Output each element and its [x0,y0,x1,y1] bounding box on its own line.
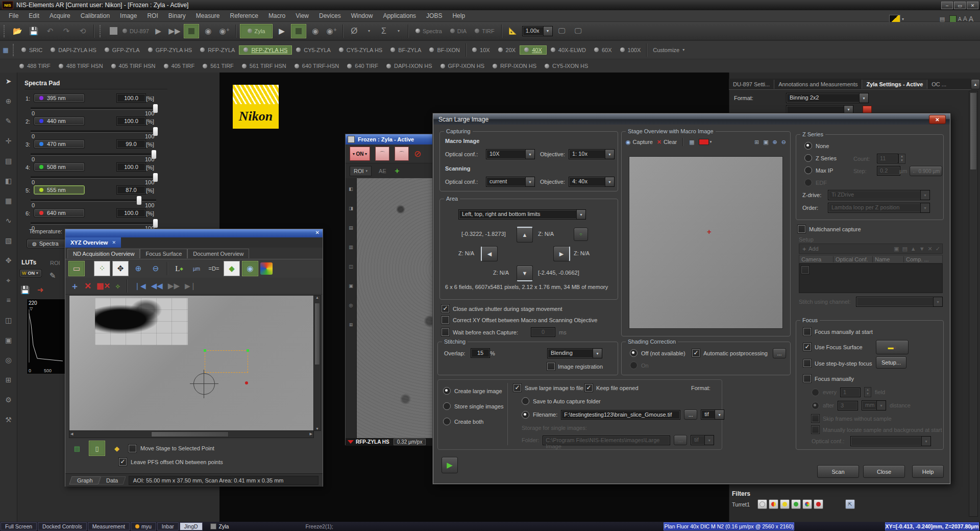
stage-preview-canvas[interactable]: + [629,156,783,329]
profile-tool-icon[interactable]: ✎ [6,115,12,127]
show-points-icon[interactable]: ◆ [224,261,240,276]
side-tool-icon[interactable]: ◨ [349,203,353,214]
wavelength-508-button[interactable]: 508 nm [34,162,85,172]
scan-handle-icon[interactable] [204,349,206,352]
du897-fastplay-icon[interactable]: ▶▶ [167,25,182,38]
oc-40x-elwd[interactable]: 40X-ELWD [547,46,590,54]
order-select[interactable]: Lambda loop per Z position▾ [828,203,930,213]
green-screen-icon[interactable] [949,15,957,22]
menu-calibration[interactable]: Calibration [76,11,114,21]
delete-all-points-icon[interactable]: ▦✕ [96,281,110,291]
user-tab-myu[interactable]: myu [131,522,156,530]
export-panel-icon[interactable]: ⊞ [6,374,12,385]
count-input[interactable]: 11 [877,154,898,163]
remove-channel-icon[interactable]: ✕ [928,246,933,252]
hand-tool-icon[interactable]: ✥ [6,255,12,266]
font-size-a2-icon[interactable]: A [963,15,967,22]
zoom-select[interactable]: 1.00x▾ [522,26,553,36]
after-unit-select[interactable]: mm▾ [862,400,886,411]
oc-cy5-zyla[interactable]: CY5-ZYLA [292,46,335,54]
stage-zoom-out-icon[interactable]: ⊖ [781,139,786,146]
move-down-icon[interactable]: ▼ [919,246,925,252]
zyla-capture-plus-icon[interactable]: ◉⁺ [325,25,339,38]
delete-point-icon[interactable]: ✕ [84,281,91,292]
monitor2-icon[interactable]: 🖵 [571,25,585,38]
xyz-vscrollbar[interactable]: ▲ ▼ [313,295,321,431]
menu-acquire[interactable]: Acquire [45,11,75,21]
wavelength-470-button[interactable]: 470 nm [34,139,85,149]
oc-cy5-ixon-hs[interactable]: CY5-IXON HS [541,62,592,70]
create-both-radio[interactable] [443,418,451,425]
oc-40x-selected[interactable]: 40X [520,45,547,55]
image-registration-checkbox[interactable] [547,363,555,370]
zdrive-select[interactable]: Ti ZDrive▾ [828,190,930,200]
focus-surface-button[interactable]: ▬⁘ [876,340,909,354]
oc-rfp-zyla[interactable]: RFP-ZYLA [196,46,239,54]
macro-conf-select[interactable]: 10X▾ [486,149,535,159]
power-slider-508[interactable] [31,176,156,179]
wavelength-395-button[interactable]: 395 nm [34,93,85,103]
dia-illum-button[interactable]: DIA [447,28,470,34]
filter-eject-icon[interactable]: ⇱ [845,499,855,509]
oc-640-tirf[interactable]: 640 TIRF [343,62,382,70]
redo-icon[interactable]: ↷ [59,25,74,38]
colormap-icon[interactable] [260,262,273,275]
scale-um-icon[interactable]: µm [189,261,204,276]
folder-browse-button[interactable]: ... [674,435,687,445]
lut-edit-icon[interactable]: ✎ [47,269,58,282]
list-panel-icon[interactable]: ≡ [6,295,10,306]
oc-manager-icon[interactable]: ▦ [0,43,11,57]
auto-contrast-icon[interactable]: ⌒ [395,147,409,161]
filename-radio[interactable] [522,411,529,419]
center-point-icon[interactable]: ⟡ [115,282,120,291]
tab-document-overview[interactable]: Document Overview [187,249,249,258]
focus-setup-button[interactable]: Setup... [876,356,906,369]
power-slider-395[interactable] [31,107,156,110]
tirf-illum-button[interactable]: TIRF [472,28,497,34]
xyz-pane-tab[interactable]: XYZ Overview ✕ [65,237,121,248]
settings-panel-icon[interactable]: ⚙ [5,394,12,405]
every-input[interactable]: 1 [840,388,861,397]
annotation-tool-icon[interactable]: ✛ [6,135,12,147]
point-path-icon[interactable]: ⁘ [94,261,110,276]
sum-caret-icon[interactable]: ▾ [393,25,404,38]
dialog-title-bar[interactable]: Scan Large Image [433,114,950,125]
tab-du897-settings[interactable]: DU-897 Setti... [729,80,774,89]
revert-icon[interactable]: ⟲ [76,25,90,38]
help-button[interactable]: Help [912,465,944,478]
set-left-limit-button[interactable]: ◀ [481,246,498,261]
first-point-icon[interactable]: ❘◀ [134,282,146,290]
menu-macro[interactable]: Macro [264,11,290,21]
oc-gfp-zyla-hs[interactable]: GFP-ZYLA HS [144,46,197,54]
spectra-illum-button[interactable]: Spectra [412,28,445,34]
move-stage-icon[interactable]: ✥ [112,261,129,276]
spectra-device-button[interactable]: ◍Spectra [27,239,66,248]
side-tool-icon[interactable]: ◎ [349,300,353,311]
du897-capture-plus-icon[interactable]: ◉⁺ [217,25,232,38]
du897-play-icon[interactable]: ▶ [151,25,165,38]
right-panel-scrollbar[interactable] [969,91,978,517]
scan-area-rect[interactable] [205,350,248,373]
fit-view-icon[interactable]: ▭ [68,261,85,276]
format-select[interactable]: tif▾ [701,409,724,420]
sum-icon[interactable]: Σ [377,25,391,38]
auto-postprocessing-checkbox[interactable] [692,349,700,357]
label-toggle-icon[interactable]: L◆ [172,261,187,276]
channel-tab[interactable]: RFP-ZYLA HS [346,439,389,445]
oc-488-tirf[interactable]: 488 TIRF [15,62,55,70]
shading-on-radio[interactable] [630,361,638,369]
capture-macro-button[interactable]: ◉Capture [626,139,653,146]
move-stage-checkbox[interactable] [129,445,136,452]
oc-rfp-ixon-hs[interactable]: RFP-IXON HS [488,62,541,70]
eye-visibility-icon[interactable]: ◉ [242,261,258,276]
menu-roi[interactable]: ROI [142,11,162,21]
power-slider-555[interactable] [31,199,156,202]
macro-panel-icon[interactable]: ⚒ [5,414,12,425]
macro-objective-select[interactable]: 1: 10x▾ [569,149,615,159]
locate-sample-checkbox[interactable] [812,426,819,433]
power-slider-470[interactable] [31,153,156,156]
undo-icon[interactable]: ↶ [43,25,57,38]
du897-capture-icon[interactable]: ◉ [201,25,215,38]
save-icon[interactable]: 💾 [27,25,41,38]
capture-panel-icon[interactable]: ◧ [5,175,12,186]
